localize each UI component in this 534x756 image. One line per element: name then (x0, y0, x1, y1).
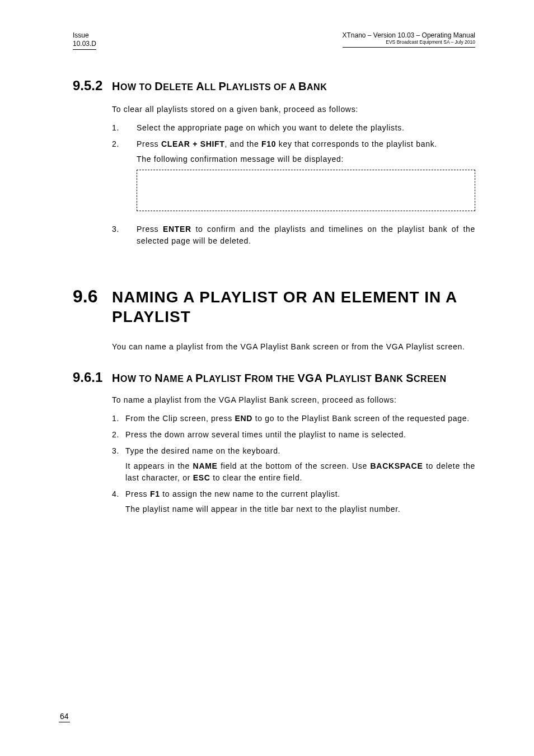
list-item: 3. Type the desired name on the keyboard… (112, 445, 475, 484)
header-issue: Issue 10.03.D (73, 31, 96, 50)
step-text: Press ENTER to confirm and the playlists… (137, 223, 475, 247)
list-item: 3. Press ENTER to confirm and the playli… (112, 223, 475, 247)
heading-number: 9.6.1 (73, 370, 112, 385)
step-text: Press the down arrow several times until… (125, 429, 475, 441)
page-footer: 64 (59, 711, 70, 722)
product-title: XTnano – Version 10.03 – Operating Manua… (343, 31, 476, 39)
list-item: 1. Select the appropriate page on which … (112, 122, 475, 134)
page-header: Issue 10.03.D XTnano – Version 10.03 – O… (73, 31, 475, 50)
step-text: Select the appropriate page on which you… (137, 122, 475, 134)
heading-9-6-1: 9.6.1 HOW TO NAME A PLAYLIST FROM THE VG… (73, 370, 475, 385)
issue-value: 10.03.D (73, 40, 96, 48)
section-9-5-2-body: To clear all playlists stored on a given… (112, 104, 475, 247)
step-subtext: It appears in the NAME field at the bott… (125, 460, 475, 484)
heading-9-6: 9.6 NAMING A PLAYLIST OR AN ELEMENT IN A… (73, 286, 475, 326)
intro-text: To clear all playlists stored on a given… (112, 104, 475, 115)
intro-text: You can name a playlist from the VGA Pla… (112, 341, 475, 353)
heading-number: 9.6 (73, 286, 112, 307)
step-subtext: The following confirmation message will … (137, 153, 475, 165)
page-number: 64 (59, 712, 70, 722)
step-text: Type the desired name on the keyboard. I… (125, 445, 475, 484)
list-item: 4. Press F1 to assign the new name to th… (112, 488, 475, 515)
header-product: XTnano – Version 10.03 – Operating Manua… (343, 31, 476, 48)
step-subtext: The playlist name will appear in the tit… (125, 503, 475, 515)
heading-title: NAMING A PLAYLIST OR AN ELEMENT IN A PLA… (112, 287, 475, 326)
list-item: 1. From the Clip screen, press END to go… (112, 413, 475, 424)
product-subtitle: EVS Broadcast Equipment SA – July 2010 (343, 39, 476, 48)
issue-label: Issue (73, 31, 89, 39)
procedure-list: 1. Select the appropriate page on which … (112, 122, 475, 247)
step-text: From the Clip screen, press END to go to… (125, 413, 475, 424)
section-9-6-1-body: To name a playlist from the VGA Playlist… (112, 394, 475, 515)
step-text: Press F1 to assign the new name to the c… (125, 488, 475, 515)
list-item: 2. Press the down arrow several times un… (112, 429, 475, 441)
step-text: Press CLEAR + SHIFT, and the F10 key tha… (137, 138, 475, 219)
heading-title: HOW TO NAME A PLAYLIST FROM THE VGA PLAY… (112, 371, 447, 385)
procedure-list: 1. From the Clip screen, press END to go… (112, 413, 475, 515)
heading-9-5-2: 9.5.2 HOW TO DELETE ALL PLAYLISTS OF A B… (73, 78, 475, 94)
heading-number: 9.5.2 (73, 78, 112, 94)
section-9-6-body: You can name a playlist from the VGA Pla… (112, 341, 475, 353)
intro-text: To name a playlist from the VGA Playlist… (112, 394, 475, 406)
list-item: 2. Press CLEAR + SHIFT, and the F10 key … (112, 138, 475, 219)
heading-title: HOW TO DELETE ALL PLAYLISTS OF A BANK (112, 80, 327, 93)
confirmation-box-placeholder (137, 170, 475, 211)
